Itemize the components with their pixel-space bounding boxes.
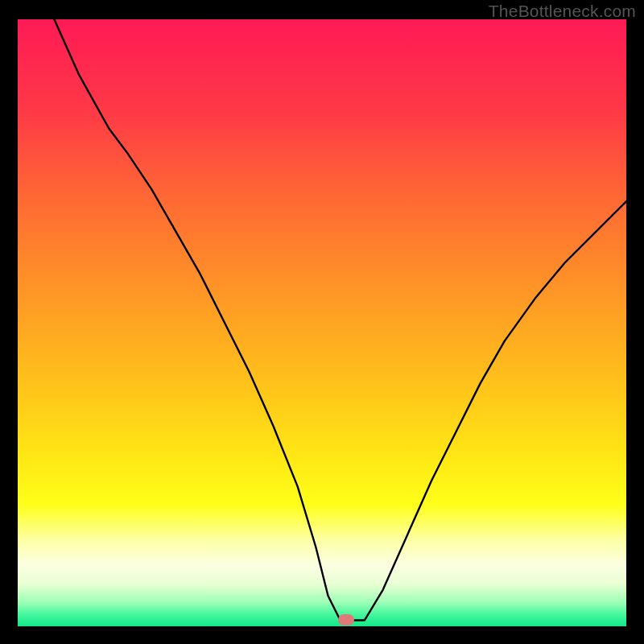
optimal-marker: [338, 614, 354, 625]
watermark-text: TheBottleneck.com: [489, 2, 636, 21]
plot-area: [18, 19, 626, 626]
chart-frame: TheBottleneck.com: [0, 0, 644, 644]
bottleneck-curve: [18, 19, 626, 626]
